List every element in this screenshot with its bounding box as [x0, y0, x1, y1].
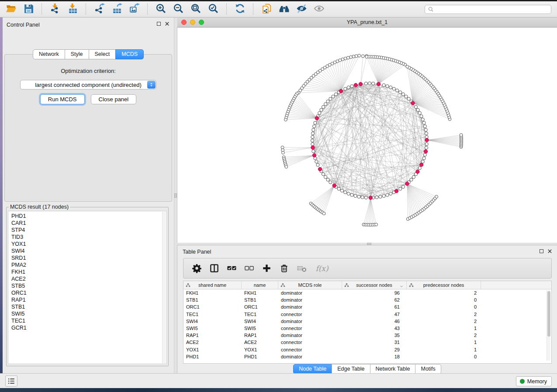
cell-shared_name[interactable]: RAP1 — [183, 333, 242, 338]
cell-shared_name[interactable]: FKH1 — [183, 290, 242, 296]
network-node[interactable] — [414, 105, 417, 108]
clone-network-button[interactable] — [259, 3, 274, 16]
network-node[interactable] — [316, 163, 319, 166]
search-field[interactable] — [425, 5, 551, 14]
search-input[interactable] — [436, 6, 551, 13]
save-session-button[interactable] — [21, 3, 36, 16]
network-node[interactable] — [423, 125, 426, 128]
network-node[interactable] — [324, 103, 327, 106]
network-node[interactable] — [401, 185, 405, 188]
network-node[interactable] — [337, 187, 340, 190]
deselect-all-button[interactable] — [243, 263, 255, 274]
network-leaf-node[interactable] — [322, 212, 325, 215]
table-row[interactable]: STB1STB1dominator620 — [183, 296, 551, 303]
cell-name[interactable]: ORC1 — [242, 304, 278, 309]
cell-predecessor_nodes[interactable]: 2 — [407, 290, 481, 296]
mcds-result-node[interactable]: TEC1 — [11, 317, 166, 324]
cell-predecessor_nodes[interactable]: 0 — [407, 297, 481, 303]
table-row[interactable]: RAP1RAP1dominator352 — [183, 332, 551, 339]
mcds-hub-node[interactable] — [405, 182, 409, 186]
network-leaf-node[interactable] — [284, 118, 287, 121]
network-node[interactable] — [326, 100, 329, 103]
network-node[interactable] — [357, 195, 360, 198]
network-node[interactable] — [344, 191, 347, 194]
network-node[interactable] — [382, 84, 385, 87]
search-network-button[interactable] — [277, 3, 291, 16]
network-node[interactable] — [347, 192, 350, 195]
mcds-result-node[interactable]: GCR1 — [11, 324, 166, 331]
cell-shared_name[interactable]: SWI5 — [183, 326, 242, 331]
cell-name[interactable]: ACE2 — [242, 340, 278, 345]
mcds-hub-node[interactable] — [315, 117, 318, 120]
network-leaf-node[interactable] — [282, 151, 285, 154]
column-header-successor_nodes[interactable]: successor nodes — [342, 281, 407, 289]
mcds-hub-node[interactable] — [312, 154, 316, 157]
network-node[interactable] — [399, 187, 402, 190]
cell-successor_nodes[interactable]: 47 — [342, 312, 407, 317]
zoom-out-button[interactable] — [171, 3, 186, 16]
network-node[interactable] — [392, 87, 395, 90]
cell-name[interactable]: YOX1 — [242, 347, 278, 352]
network-node[interactable] — [311, 139, 314, 142]
cell-mcds_role[interactable]: dominator — [278, 304, 342, 309]
tab-node-table[interactable]: Node Table — [293, 364, 332, 374]
cell-name[interactable]: STB1 — [242, 297, 278, 303]
cell-successor_nodes[interactable]: 46 — [342, 319, 407, 324]
table-row[interactable]: ACE2ACE2connector311 — [183, 339, 551, 346]
cell-successor_nodes[interactable]: 62 — [342, 297, 407, 303]
column-header-predecessor_nodes[interactable]: predecessor nodes — [407, 281, 481, 289]
network-leaf-node[interactable] — [375, 223, 378, 226]
network-node[interactable] — [320, 108, 323, 111]
column-header-shared_name[interactable]: shared name — [183, 281, 242, 289]
cell-successor_nodes[interactable]: 35 — [342, 333, 407, 338]
network-node[interactable] — [364, 82, 367, 85]
cell-name[interactable]: PHD1 — [242, 354, 278, 359]
mcds-result-node[interactable]: ORC1 — [11, 289, 166, 296]
mcds-result-node[interactable]: PHD1 — [11, 213, 166, 220]
mcds-result-node[interactable]: YOX1 — [11, 241, 166, 248]
table-row[interactable]: ORC1ORC1dominator610 — [183, 303, 551, 310]
network-node[interactable] — [412, 175, 415, 179]
tab-mcds[interactable]: MCDS — [115, 49, 144, 59]
hide-selected-button[interactable] — [294, 3, 309, 16]
optimization-criterion-select[interactable]: largest connected component (undirected) — [20, 80, 156, 89]
network-node[interactable] — [425, 143, 428, 146]
network-leaf-node[interactable] — [365, 55, 368, 58]
network-node[interactable] — [396, 89, 399, 92]
mcds-result-node[interactable]: CAR1 — [11, 220, 166, 227]
network-node[interactable] — [422, 157, 426, 160]
result-list-scrollbar[interactable] — [162, 212, 166, 363]
float-panel-icon[interactable] — [157, 22, 161, 26]
columns-button[interactable] — [208, 263, 220, 274]
network-leaf-node[interactable] — [406, 65, 409, 68]
cell-mcds_role[interactable]: dominator — [278, 290, 342, 296]
network-node[interactable] — [420, 115, 423, 118]
export-image-button[interactable] — [127, 3, 142, 16]
mcds-hub-node[interactable] — [318, 167, 322, 171]
mcds-hub-node[interactable] — [339, 89, 343, 93]
tab-motifs[interactable]: Motifs — [415, 364, 441, 374]
cell-successor_nodes[interactable]: 18 — [342, 354, 407, 359]
network-node[interactable] — [364, 196, 367, 199]
close-panel-button[interactable]: Close panel — [91, 94, 137, 104]
mcds-hub-node[interactable] — [359, 82, 362, 86]
cell-predecessor_nodes[interactable]: 0 — [407, 354, 481, 359]
network-node[interactable] — [399, 91, 402, 94]
cell-mcds_role[interactable]: dominator — [278, 333, 342, 338]
network-node[interactable] — [361, 196, 364, 199]
import-table-button[interactable] — [65, 3, 80, 16]
cell-mcds_role[interactable]: connector — [278, 340, 342, 345]
tab-select[interactable]: Select — [89, 49, 116, 59]
network-node[interactable] — [386, 193, 389, 196]
network-node[interactable] — [350, 193, 353, 196]
mcds-hub-node[interactable] — [311, 146, 315, 149]
network-node[interactable] — [424, 128, 427, 131]
network-node[interactable] — [368, 82, 371, 85]
network-node[interactable] — [329, 181, 332, 184]
network-node[interactable] — [418, 111, 421, 114]
network-node[interactable] — [410, 178, 413, 181]
network-node[interactable] — [315, 160, 318, 163]
table-row[interactable]: PHD1PHD1dominator180 — [183, 353, 551, 360]
cell-successor_nodes[interactable]: 96 — [342, 290, 407, 296]
network-node[interactable] — [382, 194, 385, 197]
